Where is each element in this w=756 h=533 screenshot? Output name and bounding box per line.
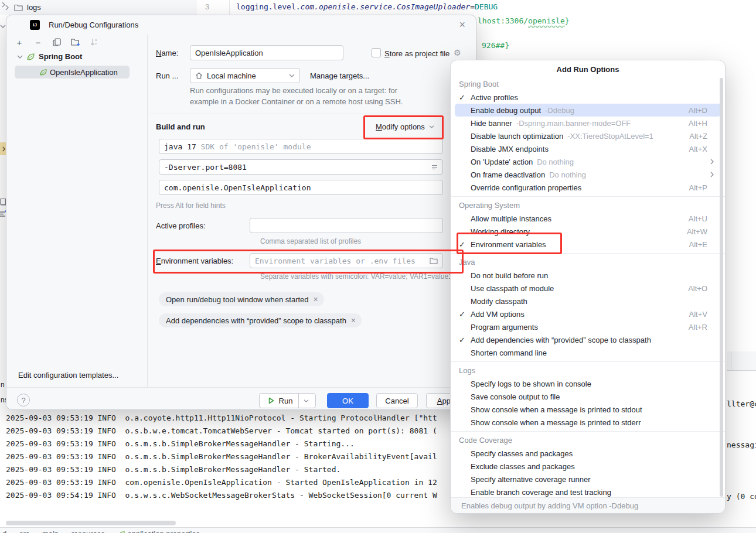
- chip-remove-icon[interactable]: ×: [314, 295, 318, 304]
- vm-options-field[interactable]: -Dserver.port=8081: [159, 159, 443, 175]
- gutter-line-number: 3: [205, 2, 209, 11]
- tree-item-logs[interactable]: logs: [27, 3, 41, 12]
- menu-item-label: Disable launch optimization: [471, 132, 563, 141]
- menu-item-show-console-when-a-message-is-printed-to-stderr[interactable]: Show console when a message is printed t…: [455, 416, 721, 429]
- menu-item-environment-variables[interactable]: ✓Environment variablesAlt+E: [455, 238, 721, 251]
- menu-item-shortcut: Alt+D: [689, 106, 707, 115]
- remove-icon[interactable]: −: [33, 37, 43, 47]
- menu-item-active-profiles[interactable]: ✓Active profiles: [455, 91, 721, 104]
- code-line: logging.level.com.openisle.service.CosIm…: [236, 2, 498, 11]
- add-icon[interactable]: +: [15, 37, 24, 47]
- folder-icon[interactable]: [430, 257, 438, 264]
- sort-alphabetically-icon[interactable]: az: [90, 37, 99, 47]
- menu-item-label: On 'Update' action: [471, 158, 533, 166]
- menu-item-label: Environment variables: [471, 240, 546, 249]
- new-folder-icon[interactable]: [71, 37, 80, 47]
- menu-item-do-not-build-before-run[interactable]: Do not build before run: [455, 269, 721, 282]
- menu-item-modify-classpath[interactable]: Modify classpath: [455, 295, 721, 308]
- gear-icon[interactable]: ⚙: [454, 48, 461, 57]
- chip-remove-icon[interactable]: ×: [351, 316, 356, 325]
- menu-item-hint: Do nothing: [549, 170, 586, 179]
- menu-item-label: Shorten command line: [471, 348, 547, 357]
- chevron-down-icon[interactable]: [17, 54, 23, 59]
- chevron-down-icon[interactable]: [0, 24, 6, 29]
- button-separator: [298, 394, 299, 408]
- toolwindow-label-fragment: n: [1, 381, 5, 389]
- main-class-field[interactable]: com.openisle.OpenIsleApplication: [159, 180, 443, 195]
- menu-item-allow-multiple-instances[interactable]: Allow multiple instancesAlt+U: [455, 212, 721, 225]
- checkmark-icon: ✓: [459, 240, 471, 249]
- checkmark-icon: ✓: [459, 93, 471, 102]
- expand-lines-icon[interactable]: [431, 164, 438, 170]
- chevron-right-icon[interactable]: [1, 2, 6, 8]
- menu-item-enable-branch-coverage-and-test-tracking[interactable]: Enable branch coverage and test tracking: [455, 486, 721, 498]
- ok-button[interactable]: OK: [327, 393, 369, 408]
- menu-item-disable-jmx-endpoints[interactable]: Disable JMX endpointsAlt+X: [455, 142, 721, 155]
- active-profiles-input[interactable]: [250, 218, 443, 233]
- breadcrumb-item-resources[interactable]: resources: [71, 529, 105, 533]
- menu-item-use-classpath-of-module[interactable]: Use classpath of moduleAlt+O: [455, 282, 721, 295]
- run-target-description-line2: example in a Docker Container or on a re…: [190, 97, 403, 106]
- console-line: 2025-09-03 09:53:19 INFO o.s.m.s.b.Simpl…: [6, 450, 437, 463]
- breadcrumb-item-application-properties[interactable]: application.properties: [118, 529, 200, 533]
- menu-item-shorten-command-line[interactable]: Shorten command line: [455, 346, 721, 359]
- menu-item-exclude-classes-and-packages[interactable]: Exclude classes and packages: [455, 460, 721, 473]
- chevron-down-icon[interactable]: [304, 399, 309, 403]
- environment-variables-input[interactable]: Environment variables or .env files: [250, 253, 443, 268]
- menu-section-operating-system: Operating System: [451, 199, 725, 212]
- jre-field[interactable]: java 17 SDK of 'openisle' module: [159, 139, 443, 154]
- menu-item-disable-launch-optimization[interactable]: Disable launch optimization-XX:TieredSto…: [455, 129, 721, 142]
- menu-item-shortcut: Alt+V: [689, 310, 707, 319]
- environment-variables-hint: Separate variables with semicolon: VAR=v…: [260, 272, 452, 281]
- menu-item-add-vm-options[interactable]: ✓Add VM optionsAlt+V: [455, 308, 721, 320]
- dialog-title: Run/Debug Configurations: [49, 20, 138, 29]
- active-profiles-label: Active profiles:: [156, 221, 206, 230]
- name-label: Name:: [156, 49, 178, 57]
- menu-item-enable-debug-output[interactable]: Enable debug output-DdebugAlt+D: [455, 104, 721, 117]
- menu-item-specify-alternative-coverage-runner[interactable]: Specify alternative coverage runner: [455, 473, 721, 486]
- typo-squiggle: openisle: [528, 16, 565, 25]
- tree-node-spring-boot[interactable]: Spring Boot: [17, 52, 82, 61]
- environment-variables-label: Environment variables:: [156, 257, 233, 265]
- menu-item-label: Hide banner: [471, 119, 512, 128]
- horizontal-scrollbar-thumb[interactable]: [6, 521, 176, 525]
- section-divider: [147, 114, 476, 114]
- chip-label: Add dependencies with “provided” scope t…: [166, 316, 346, 325]
- modify-options-link[interactable]: Modify options: [376, 122, 434, 131]
- code-fragment-2: 926##}: [482, 41, 509, 50]
- menu-item-save-console-output-to-file[interactable]: Save console output to file: [455, 390, 721, 403]
- breadcrumb-bar: d›src›main›resources›application.propert…: [0, 527, 756, 533]
- name-input[interactable]: [190, 45, 343, 60]
- manage-targets-link[interactable]: Manage targets...: [310, 71, 369, 80]
- store-as-project-file-checkbox[interactable]: [372, 48, 381, 57]
- breadcrumb-item-src[interactable]: src: [19, 529, 29, 533]
- menu-item-label: Disable JMX endpoints: [471, 145, 549, 153]
- close-icon[interactable]: ×: [459, 19, 465, 31]
- menu-item-add-dependencies-with-provided-scope-to-classpath[interactable]: ✓Add dependencies with “provided” scope …: [455, 333, 721, 346]
- menu-item-show-console-when-a-message-is-printed-to-stdout[interactable]: Show console when a message is printed t…: [455, 403, 721, 416]
- copy-icon[interactable]: [52, 37, 62, 47]
- menu-item-specify-classes-and-packages[interactable]: Specify classes and packages: [455, 447, 721, 460]
- menu-item-override-configuration-properties[interactable]: Override configuration propertiesAlt+P: [455, 181, 721, 194]
- menu-item-program-arguments[interactable]: Program argumentsAlt+R: [455, 320, 721, 333]
- menu-item-on-frame-deactivation[interactable]: On frame deactivationDo nothing: [455, 168, 721, 181]
- menu-item-specify-logs-to-be-shown-in-console[interactable]: Specify logs to be shown in console: [455, 377, 721, 390]
- menu-item-shortcut: Alt+Z: [689, 132, 707, 141]
- menu-item-label: Allow multiple instances: [471, 214, 551, 223]
- edit-configuration-templates-link[interactable]: Edit configuration templates...: [18, 371, 118, 380]
- breadcrumb-item-main[interactable]: main: [42, 529, 59, 533]
- help-button[interactable]: ?: [17, 394, 30, 406]
- console-line: 2025-09-03 09:53:19 INFO o.s.m.s.b.Simpl…: [6, 438, 437, 450]
- breadcrumb-item-d[interactable]: d: [2, 529, 6, 533]
- menu-item-on-update-action[interactable]: On 'Update' actionDo nothing: [455, 155, 721, 168]
- tree-item-openisleapplication[interactable]: OpenIsleApplication: [15, 66, 130, 78]
- run-button[interactable]: Run: [259, 393, 316, 408]
- popup-scrollbar-thumb[interactable]: [720, 78, 723, 497]
- run-target-select[interactable]: Local machine: [190, 68, 300, 83]
- menu-item-working-directory[interactable]: Working directoryAlt+W: [455, 225, 721, 238]
- menu-item-hide-banner[interactable]: Hide banner-Dspring.main.banner-mode=OFF…: [455, 117, 721, 129]
- menu-item-hint: -XX:TieredStopAtLevel=1: [567, 132, 653, 141]
- add-run-options-popup: Add Run Options Spring Boot✓Active profi…: [450, 60, 726, 514]
- console-line: 2025-09-03 09:54:19 INFO o.s.w.s.c.WebSo…: [6, 489, 437, 502]
- cancel-button[interactable]: Cancel: [376, 393, 418, 408]
